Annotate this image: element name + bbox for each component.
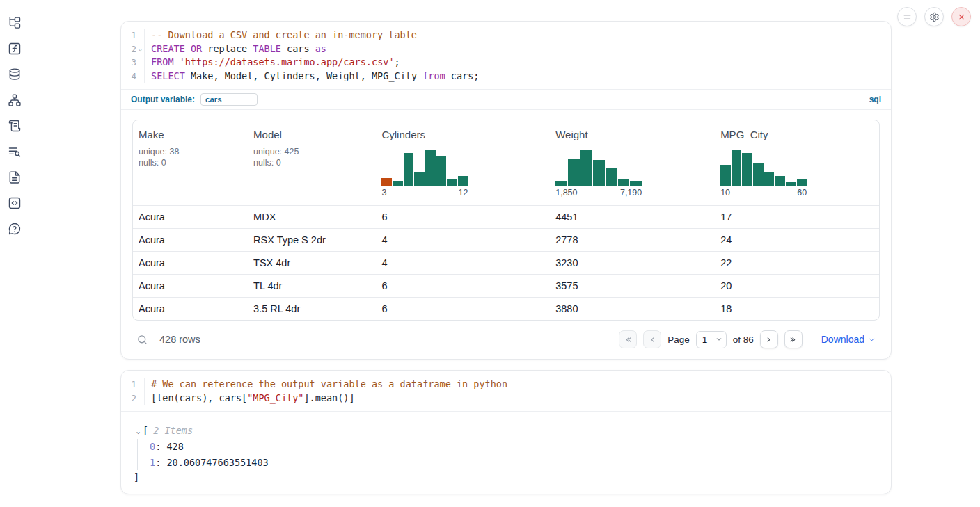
output-variable-row: Output variable: sql bbox=[121, 89, 891, 109]
table-cell: RSX Type S 2dr bbox=[248, 234, 376, 246]
axis-min-label: 10 bbox=[720, 188, 730, 198]
column-name[interactable]: Model bbox=[253, 129, 370, 140]
download-button[interactable]: Download bbox=[821, 334, 876, 345]
histogram-bar bbox=[381, 178, 392, 186]
file-tree-icon[interactable] bbox=[8, 15, 22, 30]
pagination: Page 1 of 86 Download bbox=[619, 330, 876, 348]
histogram-bar bbox=[568, 159, 580, 186]
histogram-bar bbox=[786, 182, 796, 186]
menu-icon[interactable] bbox=[897, 7, 917, 26]
datasources-icon[interactable] bbox=[8, 67, 22, 81]
column-histogram bbox=[720, 150, 807, 186]
sql-cell: 12⌄34 -- Download a CSV and create an in… bbox=[120, 21, 892, 360]
table-row: AcuraRSX Type S 2dr4277824 bbox=[133, 228, 879, 251]
item-value: 428 bbox=[166, 441, 183, 452]
search-icon[interactable] bbox=[136, 334, 148, 346]
table-cell: 18 bbox=[715, 303, 879, 314]
item-value: 20.060747663551403 bbox=[166, 457, 268, 468]
table-cell: Acura bbox=[133, 211, 248, 223]
axis-max-label: 7,190 bbox=[620, 188, 642, 198]
page-select[interactable]: 1 bbox=[696, 331, 727, 348]
column-header-model: Modelunique: 425nulls: 0 bbox=[248, 120, 376, 205]
histogram-bar bbox=[630, 181, 642, 186]
histogram-bar bbox=[742, 153, 752, 186]
line-number: 2 bbox=[121, 392, 144, 405]
histogram-bar bbox=[753, 163, 764, 186]
python-cell: 12 # We can reference the output variabl… bbox=[120, 370, 892, 494]
histogram-bar bbox=[606, 168, 617, 186]
histogram-bar bbox=[797, 179, 807, 186]
table-cell: 3880 bbox=[550, 303, 715, 314]
column-name[interactable]: MPG_City bbox=[720, 129, 874, 140]
page-select-value: 1 bbox=[702, 335, 708, 345]
open-bracket: [ bbox=[143, 425, 148, 436]
table-cell: 2778 bbox=[550, 234, 715, 246]
column-header-mpg_city: MPG_City1060 bbox=[715, 120, 879, 205]
table-cell: 24 bbox=[715, 234, 879, 246]
last-page-button[interactable] bbox=[784, 330, 803, 348]
page-label: Page bbox=[667, 335, 690, 345]
histogram-bar bbox=[732, 150, 742, 186]
settings-gear-icon[interactable] bbox=[924, 7, 944, 26]
axis-max-label: 12 bbox=[459, 188, 468, 198]
histogram-bar bbox=[414, 172, 425, 186]
histogram-axis-labels: 312 bbox=[381, 188, 468, 198]
table-cell: Acura bbox=[133, 234, 248, 246]
snippets-icon[interactable] bbox=[8, 195, 22, 210]
next-page-button[interactable] bbox=[760, 330, 778, 348]
sql-code: -- Download a CSV and create an in-memor… bbox=[145, 29, 479, 83]
logs-icon[interactable] bbox=[8, 118, 22, 133]
documentation-icon[interactable] bbox=[8, 170, 22, 184]
code-line: -- Download a CSV and create an in-memor… bbox=[151, 29, 479, 42]
axis-min-label: 3 bbox=[381, 188, 386, 198]
language-badge: sql bbox=[869, 95, 881, 104]
table-footer: 428 rows Page 1 of 86 bbox=[132, 328, 880, 351]
histogram-axis-labels: 1060 bbox=[720, 188, 807, 198]
sql-code-editor[interactable]: 12⌄34 -- Download a CSV and create an in… bbox=[121, 22, 891, 89]
table-cell: 3230 bbox=[550, 257, 715, 268]
table-cell: 4 bbox=[376, 257, 550, 268]
code-line: FROM 'https://datasets.marimo.app/cars.c… bbox=[151, 56, 479, 70]
shutdown-close-icon[interactable] bbox=[951, 7, 971, 26]
sql-cell-output: Makeunique: 38nulls: 0Modelunique: 425nu… bbox=[121, 109, 891, 359]
dependency-graph-icon[interactable] bbox=[8, 92, 22, 107]
collapse-chevron-icon[interactable]: ⌄ bbox=[134, 427, 143, 435]
table-cell: 4 bbox=[376, 234, 550, 246]
data-table: Makeunique: 38nulls: 0Modelunique: 425nu… bbox=[132, 120, 880, 321]
close-bracket: ] bbox=[134, 470, 878, 484]
previous-page-button[interactable] bbox=[643, 330, 661, 348]
axis-min-label: 1,850 bbox=[555, 188, 577, 198]
output-variable-input[interactable] bbox=[200, 93, 258, 106]
column-name[interactable]: Weight bbox=[555, 129, 709, 140]
first-page-button[interactable] bbox=[619, 330, 637, 348]
output-variable-label: Output variable: bbox=[131, 95, 195, 104]
table-row: AcuraMDX6445117 bbox=[133, 205, 879, 228]
column-name[interactable]: Make bbox=[139, 129, 242, 140]
table-cell: 6 bbox=[376, 303, 550, 314]
line-number: 1 bbox=[121, 29, 144, 42]
help-icon[interactable] bbox=[8, 221, 22, 236]
sidebar bbox=[0, 0, 29, 507]
column-name[interactable]: Cylinders bbox=[381, 129, 544, 140]
column-header-cylinders: Cylinders312 bbox=[376, 120, 550, 205]
axis-max-label: 60 bbox=[797, 188, 807, 198]
histogram-bar bbox=[436, 156, 447, 186]
line-number: 3 bbox=[121, 56, 144, 70]
table-cell: Acura bbox=[133, 303, 248, 314]
line-number: 1 bbox=[121, 378, 144, 392]
line-number-gutter: 12⌄34 bbox=[121, 29, 145, 83]
row-count: 428 rows bbox=[159, 334, 200, 345]
scratchpad-search-icon[interactable] bbox=[8, 144, 22, 159]
column-stat: nulls: 0 bbox=[253, 158, 370, 168]
output-list-header: ⌄ [ 2 Items bbox=[134, 424, 878, 437]
histogram-bar bbox=[618, 179, 630, 186]
python-code-editor[interactable]: 12 # We can reference the output variabl… bbox=[121, 371, 891, 411]
table-cell: Acura bbox=[133, 257, 248, 268]
code-line: SELECT Make, Model, Cylinders, Weight, M… bbox=[151, 70, 479, 83]
table-cell: TL 4dr bbox=[248, 280, 376, 291]
column-histogram bbox=[381, 150, 468, 186]
fold-chevron-icon[interactable]: ⌄ bbox=[136, 42, 144, 56]
histogram-bar bbox=[764, 172, 775, 186]
column-stat: nulls: 0 bbox=[139, 158, 242, 168]
run-function-icon[interactable] bbox=[8, 41, 22, 56]
